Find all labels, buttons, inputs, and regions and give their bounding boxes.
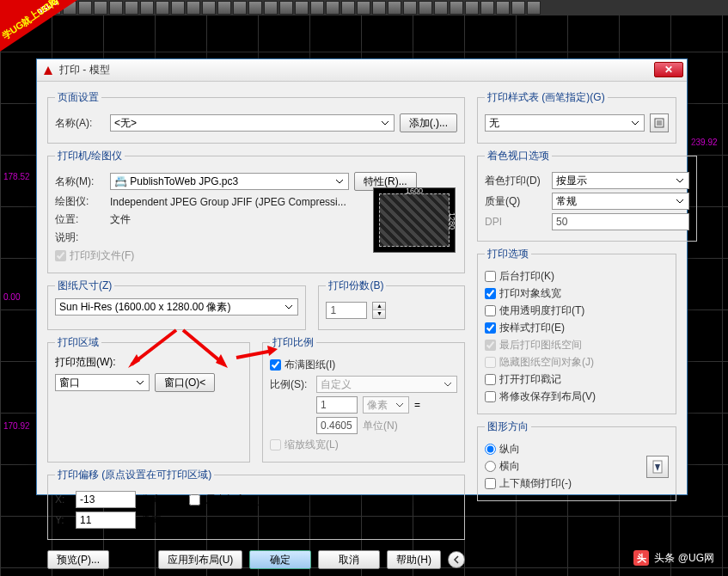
plot-option-label: 打印对象线宽: [499, 286, 561, 301]
landscape-radio[interactable]: [485, 461, 496, 472]
dialog-title: 打印 - 模型: [59, 63, 110, 77]
printer-name-select[interactable]: 📇 PublishToWeb JPG.pc3: [110, 173, 349, 190]
upside-label: 上下颠倒打印(-): [499, 476, 572, 491]
copies-legend: 打印份数(B): [326, 279, 386, 293]
cad-coord: 239.92: [691, 138, 718, 147]
cad-coord: 178.52: [3, 172, 30, 181]
plot-style-group: 打印样式表 (画笔指定)(G) 无: [477, 90, 676, 144]
location-label: 位置:: [55, 212, 105, 227]
print-what-select[interactable]: 窗口: [55, 374, 150, 391]
print-dialog: 打印 - 模型 ✕ 页面设置 名称(A): <无> 添加(.)... 打印机/绘…: [36, 58, 688, 495]
offset-y-label: Y:: [55, 514, 70, 526]
scale-lw-label: 缩放线宽(L): [284, 438, 339, 452]
pageset-name-select[interactable]: <无>: [110, 114, 395, 132]
plot-option-label: 最后打印图纸空间: [499, 338, 582, 352]
shade-plot-select[interactable]: 按显示: [552, 172, 689, 189]
preview-height: 1280: [448, 205, 456, 236]
plot-option-label: 将修改保存到布局(V): [499, 389, 596, 404]
print-area-group: 打印区域 打印范围(W): 窗口 窗口(O)<: [47, 335, 250, 463]
orientation-legend: 图形方向: [485, 420, 531, 434]
apply-layout-button[interactable]: 应用到布局(U): [158, 550, 243, 569]
cancel-button[interactable]: 取消: [318, 550, 380, 569]
center-plot-label: 居中打印(C): [205, 493, 261, 507]
plot-option-check-3[interactable]: [485, 322, 496, 334]
dpi-label: DPI: [485, 216, 547, 228]
close-button[interactable]: ✕: [654, 62, 683, 77]
fit-to-paper-check[interactable]: [270, 359, 281, 371]
watermark: 头 头条 @UG网: [633, 550, 714, 566]
cad-coord: 0.00: [3, 292, 20, 302]
shade-group: 着色视口选项 着色打印(D) 按显示 质量(Q) 常规 DPI: [477, 149, 697, 242]
offset-x-unit: 像素: [141, 493, 162, 507]
print-scale-legend: 打印比例: [270, 335, 316, 350]
plot-style-edit-button[interactable]: [650, 113, 669, 132]
plot-option-check-4: [485, 340, 496, 351]
offset-legend: 打印偏移 (原点设置在可打印区域): [55, 468, 214, 482]
preview-button[interactable]: 预览(P)...: [47, 550, 109, 569]
plot-option-label: 使用透明度打印(T): [499, 303, 584, 318]
app-icon: [42, 64, 54, 77]
paper-size-select[interactable]: Sun Hi-Res (1600.00 x 1280.00 像素): [55, 298, 298, 316]
offset-y-unit: 像素: [141, 513, 162, 528]
scale-val1: [316, 396, 358, 414]
portrait-radio[interactable]: [485, 444, 496, 455]
offset-group: 打印偏移 (原点设置在可打印区域) X: 像素 居中打印(C) Y: 像素: [47, 468, 465, 540]
upside-check[interactable]: [485, 478, 496, 489]
plot-to-file-label: 打印到文件(F): [70, 248, 134, 263]
scale-eq: =: [414, 399, 420, 411]
shade-plot-label: 着色打印(D): [485, 174, 547, 188]
scale-val2: [316, 417, 358, 434]
copies-group: 打印份数(B) ▲▼: [318, 279, 465, 330]
window-pick-button[interactable]: 窗口(O)<: [155, 373, 215, 392]
help-button[interactable]: 帮助(H): [387, 550, 441, 569]
plot-option-check-0[interactable]: [485, 271, 496, 282]
plot-option-check-1[interactable]: [485, 288, 496, 299]
landscape-label: 横向: [499, 459, 520, 474]
center-plot-check[interactable]: [189, 494, 200, 506]
quality-select[interactable]: 常规: [552, 193, 689, 210]
print-area-legend: 打印区域: [55, 335, 101, 350]
plot-style-select[interactable]: 无: [485, 114, 645, 132]
location-value: 文件: [110, 212, 131, 227]
page-setup-legend: 页面设置: [55, 90, 101, 105]
scale-lw-check: [270, 439, 281, 450]
plot-option-label: 隐藏图纸空间对象(J): [499, 355, 594, 370]
plotter-value: Independent JPEG Group JFIF (JPEG Compre…: [110, 196, 346, 208]
plot-option-check-7[interactable]: [485, 391, 496, 402]
pageset-name-label: 名称(A):: [55, 116, 105, 131]
paper-preview: 1600 1280: [373, 187, 456, 253]
paper-size-legend: 图纸尺寸(Z): [55, 279, 114, 293]
orientation-group: 图形方向 纵向 横向 上下颠倒打印(-): [477, 420, 676, 501]
plot-style-legend: 打印样式表 (画笔指定)(G): [485, 90, 608, 105]
plot-option-label: 打开打印戳记: [499, 372, 561, 387]
offset-x-input[interactable]: [76, 491, 136, 508]
expand-less-button[interactable]: [448, 551, 465, 568]
print-scale-group: 打印比例 布满图纸(I) 比例(S): 自定义 像素 =: [262, 335, 465, 463]
dpi-input: [552, 213, 689, 230]
portrait-label: 纵向: [499, 442, 520, 457]
scale-label: 比例(S):: [270, 377, 311, 392]
printer-legend: 打印机/绘图仪: [55, 149, 125, 163]
plot-options-legend: 打印选项: [485, 247, 531, 261]
plot-options-group: 打印选项 后台打印(K)打印对象线宽使用透明度打印(T)按样式打印(E)最后打印…: [477, 247, 676, 414]
quality-label: 质量(Q): [485, 194, 547, 209]
pageset-add-button[interactable]: 添加(.)...: [400, 113, 457, 132]
copies-input: [326, 302, 367, 319]
offset-y-input[interactable]: [76, 512, 136, 529]
plot-option-check-5: [485, 357, 496, 368]
printer-name-label: 名称(M):: [55, 175, 105, 189]
plot-to-file-check: [55, 250, 66, 261]
ok-button[interactable]: 确定: [249, 550, 311, 569]
plot-option-check-6[interactable]: [485, 374, 496, 385]
scale-select: 自定义: [316, 376, 457, 393]
plot-option-check-2[interactable]: [485, 305, 496, 316]
watermark-logo-icon: 头: [633, 550, 649, 566]
app-toolbar: [0, 0, 728, 15]
copies-spinner: ▲▼: [372, 302, 386, 319]
watermark-text: 头条 @UG网: [654, 551, 714, 566]
desc-label: 说明:: [55, 230, 105, 245]
cad-coord: 170.92: [3, 421, 30, 431]
print-what-label: 打印范围(W):: [55, 355, 242, 370]
titlebar[interactable]: 打印 - 模型 ✕: [37, 59, 687, 82]
orientation-preview-icon: [646, 456, 669, 478]
